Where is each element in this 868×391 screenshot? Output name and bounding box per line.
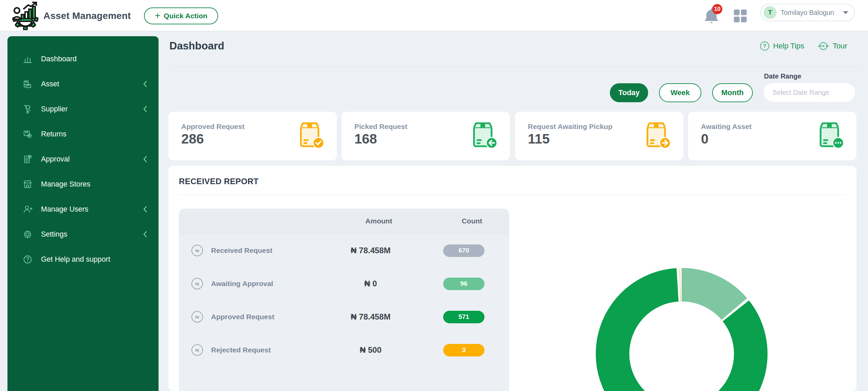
topbar: Asset Management + Quick Action 10 T Tom… [0,0,868,31]
count-badge: 571 [443,311,484,323]
sidebar-item-label: Returns [41,130,66,138]
tour-button[interactable]: Tour [817,41,847,51]
row-amount: ₦ 78.458M [315,246,427,255]
naira-circle-icon: ₦ [191,278,203,289]
chevron-left-icon [142,205,148,213]
plus-icon: + [155,11,160,20]
sidebar-item-label: Approval [41,155,70,164]
naira-circle-icon: ₦ [191,344,203,356]
boxes-icon [22,79,33,89]
sidebar-item-settings[interactable]: Settings [7,222,159,247]
filter-week-button[interactable]: Week [659,83,701,102]
row-amount: ₦ 78.458M [315,312,427,322]
sidebar-item-label: Manage Users [41,205,88,214]
received-report-table: Amount Count ₦ Received Request ₦ 78.458… [179,209,509,391]
stat-card-approved-request: Approved Request 286 [168,112,337,160]
stat-label: Approved Request [181,123,245,131]
date-range-label: Date Range [764,72,801,80]
row-label: Received Request [211,246,315,255]
row-amount: ₦ 500 [315,345,427,355]
naira-circle-icon: ₦ [191,311,203,323]
stat-value: 168 [354,131,377,147]
sidebar-item-manage-users[interactable]: Manage Users [7,197,159,222]
sidebar-item-label: Settings [41,230,67,239]
received-report-donut-chart [595,267,768,391]
user-menu[interactable]: T Tomilayo Balogun [760,4,855,21]
svg-text:?: ? [763,43,766,49]
count-badge: 670 [443,244,484,257]
quick-action-label: Quick Action [164,12,207,20]
person-plus-icon [22,204,33,215]
received-report-card: RECEIVED REPORT Amount Count ₦ Received … [168,166,856,391]
sidebar-item-returns[interactable]: Returns [7,122,159,147]
count-badge: 96 [443,278,484,290]
stat-card-request-awaiting-pickup: Request Awaiting Pickup 115 [515,112,683,160]
chevron-left-icon [142,105,148,113]
package-arrow-right-icon [643,121,674,152]
box-return-icon [22,129,33,139]
stat-label: Picked Request [354,123,407,131]
row-amount: ₦ 0 [315,279,427,288]
table-row-received-request: ₦ Received Request ₦ 78.458M 670 [179,234,509,267]
row-label: Rejected Request [211,346,315,354]
stat-value: 286 [181,131,204,147]
divider [168,67,863,67]
table-row-awaiting-approval: ₦ Awaiting Approval ₦ 0 96 [179,267,509,300]
storefront-icon [22,179,33,190]
table-header-row: Amount Count [179,209,509,234]
help-tips-button[interactable]: ? Help Tips [760,41,804,51]
sidebar-item-approval[interactable]: Approval [7,147,159,172]
stat-card-picked-request: Picked Request 168 [342,112,510,160]
sidebar-item-label: Asset [41,80,59,88]
table-row-approved-request: ₦ Approved Request ₦ 78.458M 571 [179,300,509,333]
user-name: Tomilayo Balogun [781,9,839,17]
filter-today-button[interactable]: Today [610,83,648,102]
stat-value: 115 [528,131,550,147]
notifications-button[interactable]: 10 [702,7,721,26]
date-range-input[interactable] [763,83,855,102]
notification-count-badge: 10 [712,4,722,14]
sidebar-item-label: Get Help and support [41,255,110,264]
help-tips-label: Help Tips [773,42,804,50]
chevron-left-icon [142,80,148,88]
stat-label: Request Awaiting Pickup [528,123,613,131]
naira-circle-icon: ₦ [191,245,203,256]
sidebar-item-label: Manage Stores [41,180,90,189]
tour-planet-icon [817,41,829,51]
chevron-down-icon [843,11,848,14]
divider [179,195,846,195]
apps-grid-button[interactable] [734,9,747,22]
sidebar-item-label: Supplier [41,105,68,113]
app-logo-icon [11,2,40,30]
tour-label: Tour [833,42,847,50]
page-title: Dashboard [169,40,224,52]
stat-label: Awaiting Asset [701,123,751,131]
chevron-left-icon [142,230,148,238]
row-label: Awaiting Approval [211,280,315,288]
sidebar-item-manage-stores[interactable]: Manage Stores [7,172,159,197]
question-circle-icon: ? [760,41,770,51]
gear-icon [22,229,33,240]
received-report-title: RECEIVED REPORT [179,177,259,186]
stat-value: 0 [701,131,708,147]
amount-column-header: Amount [323,217,435,225]
sidebar-item-supplier[interactable]: Supplier [7,96,159,122]
package-ellipsis-icon [816,121,847,152]
count-column-header: Count [435,217,509,225]
sidebar: Dashboard Asset Supplier Returns [7,36,159,391]
chevron-left-icon [142,155,148,163]
avatar: T [764,6,777,19]
sidebar-item-label: Dashboard [41,55,77,63]
stat-card-awaiting-asset: Awaiting Asset 0 [688,112,856,160]
app-title: Asset Management [43,0,131,31]
table-row-rejected-request: ₦ Rejected Request ₦ 500 3 [179,333,509,367]
quick-action-button[interactable]: + Quick Action [144,7,218,24]
sidebar-item-dashboard[interactable]: Dashboard [7,46,159,71]
bar-chart-icon [22,54,33,64]
package-check-icon [296,121,327,152]
filter-month-button[interactable]: Month [712,83,753,102]
sidebar-item-get-help[interactable]: Get Help and support [7,247,159,272]
package-arrow-left-icon [469,121,500,152]
hand-truck-icon [22,104,33,114]
sidebar-item-asset[interactable]: Asset [7,71,159,96]
